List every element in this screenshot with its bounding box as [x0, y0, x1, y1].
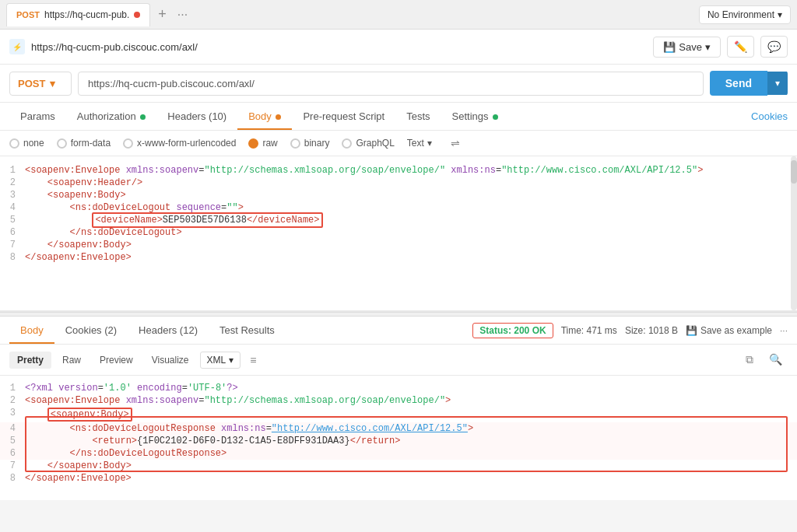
tab-settings[interactable]: Settings [441, 103, 510, 130]
response-section: Body Cookies (2) Headers (12) Test Resul… [0, 317, 797, 500]
tab-url: https://hq-cucm-pub. [44, 9, 129, 20]
tabs-more-button[interactable]: ··· [174, 8, 191, 22]
fmt-tab-preview[interactable]: Preview [92, 352, 141, 369]
code-line: 2 <soapenv:Header/> [0, 177, 797, 189]
save-as-label: Save as example [700, 325, 772, 336]
response-metadata: Status: 200 OK Time: 471 ms Size: 1018 B… [472, 323, 788, 338]
new-tab-button[interactable]: + [153, 6, 171, 23]
text-format-dropdown[interactable]: Text ▾ [407, 138, 432, 149]
raw-label: raw [262, 138, 277, 149]
resp-code-line: 7 </soapenv:Body> [0, 460, 797, 472]
tab-authorization-label: Authorization [77, 110, 136, 122]
tab-headers[interactable]: Headers (10) [156, 103, 237, 130]
settings-dot [493, 114, 498, 120]
code-line: 1 <soapenv:Envelope xmlns:soapenv="http:… [0, 164, 797, 177]
word-wrap-button[interactable]: ≡ [250, 354, 256, 366]
fmt-tab-visualize[interactable]: Visualize [144, 352, 197, 369]
resp-code-line-highlighted: 5 <return>{1F0C2102-D6F0-D132-C1A5-E8DFF… [0, 435, 797, 447]
fmt-tab-raw[interactable]: Raw [54, 352, 89, 369]
resp-code-line: 2 <soapenv:Envelope xmlns:soapenv="http:… [0, 394, 797, 407]
send-dropdown-button[interactable]: ▾ [767, 72, 788, 95]
tab-tests-label: Tests [406, 110, 430, 122]
resp-tab-body[interactable]: Body [9, 317, 54, 344]
save-chevron-icon: ▾ [705, 41, 711, 53]
tab-authorization[interactable]: Authorization [66, 103, 157, 130]
comment-button[interactable]: 💬 [760, 36, 788, 58]
binary-radio[interactable] [290, 138, 300, 149]
url-input[interactable] [78, 72, 704, 96]
body-binary-option[interactable]: binary [290, 138, 330, 149]
formdata-radio[interactable] [57, 138, 67, 149]
resp-code-line: 1 <?xml version='1.0' encoding='UTF-8'?> [0, 382, 797, 394]
save-button[interactable]: 💾 Save ▾ [653, 37, 721, 58]
send-main-button[interactable]: Send [710, 71, 767, 96]
body-options-bar: none form-data x-www-form-urlencoded raw… [0, 131, 797, 156]
fmt-preview-label: Preview [100, 355, 133, 366]
request-bar: POST ▾ Send ▾ [0, 65, 797, 103]
tab-params[interactable]: Params [9, 103, 66, 130]
tab-prerequest[interactable]: Pre-request Script [292, 103, 395, 130]
tab-modified-dot [134, 12, 140, 18]
body-urlencoded-option[interactable]: x-www-form-urlencoded [123, 138, 236, 149]
response-size: Size: 1018 B [625, 325, 678, 336]
scroll-thumb[interactable] [791, 160, 797, 184]
tab-body[interactable]: Body [237, 103, 292, 130]
tab-settings-label: Settings [452, 110, 489, 122]
resp-tab-testresults-label: Test Results [219, 324, 275, 336]
body-graphql-option[interactable]: GraphQL [342, 138, 394, 149]
tab-tests[interactable]: Tests [395, 103, 441, 130]
urlencoded-label: x-www-form-urlencoded [137, 138, 236, 149]
request-tabs-nav: Params Authorization Headers (10) Body P… [0, 103, 797, 131]
resp-tab-cookies-label: Cookies (2) [65, 324, 117, 336]
save-icon: 💾 [663, 41, 676, 53]
graphql-radio[interactable] [342, 138, 352, 149]
resp-code-line: 8 </soapenv:Envelope> [0, 472, 797, 485]
tab-prerequest-label: Pre-request Script [303, 110, 384, 122]
body-formdata-option[interactable]: form-data [57, 138, 111, 149]
method-label: POST [18, 78, 45, 89]
environment-selector[interactable]: No Environment ▾ [699, 5, 791, 24]
body-dot [276, 114, 281, 120]
resp-code-line-highlighted: 3 <soapenv:Body> [0, 407, 797, 422]
request-tab[interactable]: POST https://hq-cucm-pub. [6, 3, 150, 26]
copy-response-button[interactable]: ⧉ [740, 349, 759, 370]
resp-code-line-highlighted: 4 <ns:doDeviceLogoutResponse xmlns:ns="h… [0, 422, 797, 435]
body-none-option[interactable]: none [9, 138, 44, 149]
method-select[interactable]: POST ▾ [9, 72, 72, 96]
save-as-example-button[interactable]: 💾 Save as example [686, 325, 772, 336]
beautify-icon[interactable]: ⇌ [451, 137, 460, 149]
resp-tab-cookies[interactable]: Cookies (2) [54, 317, 128, 344]
cookies-link[interactable]: Cookies [751, 110, 788, 122]
method-chevron-icon: ▾ [50, 78, 55, 89]
scroll-bar[interactable] [791, 156, 797, 310]
raw-radio[interactable] [248, 138, 258, 149]
code-line: 7 </soapenv:Body> [0, 239, 797, 251]
authorization-dot [140, 114, 146, 120]
body-raw-option[interactable]: raw [248, 138, 277, 149]
fmt-tab-pretty[interactable]: Pretty [9, 352, 51, 369]
code-line: 3 <soapenv:Body> [0, 189, 797, 201]
fmt-pretty-label: Pretty [17, 355, 44, 366]
status-badge: Status: 200 OK [472, 323, 553, 338]
resp-tab-headers[interactable]: Headers (12) [128, 317, 209, 344]
none-label: none [23, 138, 44, 149]
graphql-label: GraphQL [356, 138, 394, 149]
tab-body-label: Body [248, 110, 272, 122]
response-tabs-bar: Body Cookies (2) Headers (12) Test Resul… [0, 317, 797, 345]
response-time: Time: 471 ms [561, 325, 617, 336]
edit-button[interactable]: ✏️ [727, 36, 754, 58]
fmt-raw-label: Raw [62, 355, 81, 366]
response-more-button[interactable]: ··· [780, 325, 788, 336]
response-action-icons: ⧉ 🔍 [740, 349, 788, 370]
current-url-display: https://hq-cucm-pub.ciscouc.com/axl/ [31, 41, 647, 53]
urlencoded-radio[interactable] [123, 138, 133, 149]
tab-bar: POST https://hq-cucm-pub. + ··· No Envir… [0, 0, 797, 30]
resp-tab-testresults[interactable]: Test Results [209, 317, 286, 344]
comment-icon: 💬 [767, 40, 781, 53]
text-format-chevron-icon: ▾ [427, 138, 432, 149]
language-dropdown[interactable]: XML ▾ [200, 352, 241, 369]
method-badge: POST [16, 10, 40, 19]
none-radio[interactable] [9, 138, 19, 149]
request-code-editor[interactable]: 1 <soapenv:Envelope xmlns:soapenv="http:… [0, 156, 797, 312]
search-response-button[interactable]: 🔍 [764, 349, 788, 370]
